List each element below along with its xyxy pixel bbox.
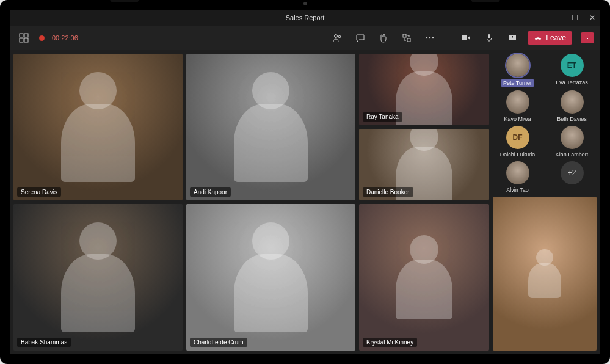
self-preview-tile[interactable] xyxy=(493,197,597,351)
svg-rect-12 xyxy=(488,34,490,38)
toolbar-separator xyxy=(448,32,448,44)
camera-toggle-button[interactable] xyxy=(458,30,474,46)
avatar xyxy=(561,126,584,149)
participant-name-label: Ray Tanaka xyxy=(363,112,402,122)
participant-name-label: Eva Terrazas xyxy=(556,79,587,86)
video-tile[interactable]: Charlotte de Crum xyxy=(186,204,355,351)
svg-point-10 xyxy=(432,37,434,38)
more-icon xyxy=(425,33,435,43)
svg-rect-11 xyxy=(462,35,467,40)
participant-name-badge: Pete Turner xyxy=(501,79,534,87)
share-button[interactable] xyxy=(504,30,520,46)
sidebar-participant[interactable]: Beth Davies xyxy=(547,90,597,122)
participant-name-label: Beth Davies xyxy=(557,116,587,122)
sidebar-participant[interactable]: Kian Lambert xyxy=(547,126,597,158)
grid-icon xyxy=(19,33,29,43)
window-minimize-button[interactable]: ─ xyxy=(555,13,561,22)
breakout-rooms-icon xyxy=(402,33,412,43)
video-tile[interactable]: Danielle Booker xyxy=(359,129,489,200)
mic-icon xyxy=(484,33,494,43)
svg-rect-1 xyxy=(24,34,28,37)
avatar-initials: DF xyxy=(506,126,529,149)
svg-rect-7 xyxy=(407,38,410,42)
sidebar-participant[interactable]: Pete Turner xyxy=(493,54,542,87)
participant-name-label: Kian Lambert xyxy=(556,151,589,158)
sidebar-participant[interactable]: Alvin Tao xyxy=(493,161,542,193)
meeting-toolbar: 00:22:06 Leave xyxy=(10,26,600,50)
sidebar-participant[interactable]: ETEva Terrazas xyxy=(547,54,597,87)
avatar xyxy=(561,90,584,114)
meeting-title: Sales Report xyxy=(286,14,325,21)
video-tile[interactable]: Ray Tanaka xyxy=(359,54,489,125)
video-tile[interactable]: Krystal McKinney xyxy=(359,204,489,351)
meeting-timer: 00:22:06 xyxy=(52,34,78,42)
camera-icon xyxy=(461,33,471,43)
participant-name-label: Alvin Tao xyxy=(506,187,528,193)
mic-toggle-button[interactable] xyxy=(481,30,497,46)
overflow-participants-button[interactable]: +2 xyxy=(547,161,597,193)
sidebar-participant[interactable]: Kayo Miwa xyxy=(493,90,542,122)
svg-rect-6 xyxy=(403,34,406,37)
titlebar: Sales Report ─ ☐ ✕ xyxy=(10,10,600,26)
participant-name-label: Serena Davis xyxy=(17,187,61,197)
reactions-button[interactable] xyxy=(376,30,391,46)
participant-name-label: Daichi Fukuda xyxy=(500,151,536,158)
more-actions-button[interactable] xyxy=(422,30,438,46)
participants-sidebar: Pete Turner ETEva Terrazas Kayo Miwa Bet… xyxy=(493,54,597,351)
video-tile[interactable]: Serena Davis xyxy=(13,54,183,200)
video-tile[interactable]: Babak Shammas xyxy=(13,204,183,351)
rooms-button[interactable] xyxy=(399,30,415,46)
avatar xyxy=(506,161,529,184)
share-screen-icon xyxy=(507,33,517,43)
recording-indicator-icon xyxy=(39,35,45,41)
participant-name-label: Kayo Miwa xyxy=(504,116,531,122)
svg-rect-0 xyxy=(20,34,23,37)
svg-point-5 xyxy=(338,35,341,38)
svg-rect-3 xyxy=(24,38,28,42)
leave-label: Leave xyxy=(546,34,566,42)
avatar xyxy=(506,90,529,114)
window-close-button[interactable]: ✕ xyxy=(589,13,595,22)
leave-dropdown-button[interactable] xyxy=(581,32,594,43)
avatar xyxy=(506,54,529,77)
overflow-count: +2 xyxy=(561,161,584,184)
participant-name-label: Charlotte de Crum xyxy=(190,338,247,347)
raise-hand-icon xyxy=(379,33,388,43)
svg-rect-2 xyxy=(20,38,23,42)
svg-point-4 xyxy=(335,35,338,38)
chat-icon xyxy=(355,33,365,43)
video-tile[interactable]: Aadi Kapoor xyxy=(186,54,355,200)
participant-name-label: Aadi Kapoor xyxy=(190,187,231,197)
video-grid: Serena Davis Aadi Kapoor Ray Tanaka Dani… xyxy=(13,54,489,351)
participant-name-label: Babak Shammas xyxy=(17,338,71,347)
participant-name-label: Danielle Booker xyxy=(363,187,413,197)
window-maximize-button[interactable]: ☐ xyxy=(572,13,578,22)
participant-name-label: Krystal McKinney xyxy=(363,338,417,347)
avatar-initials: ET xyxy=(561,54,584,77)
participants-button[interactable] xyxy=(329,30,345,46)
leave-button[interactable]: Leave xyxy=(528,31,572,45)
sidebar-participant[interactable]: DFDaichi Fukuda xyxy=(493,126,542,158)
people-icon xyxy=(332,33,342,43)
svg-point-8 xyxy=(426,37,427,38)
svg-point-9 xyxy=(429,37,430,38)
chevron-down-icon xyxy=(584,35,590,41)
hangup-icon xyxy=(534,34,542,42)
layout-grid-button[interactable] xyxy=(16,30,32,46)
chat-button[interactable] xyxy=(352,30,368,46)
